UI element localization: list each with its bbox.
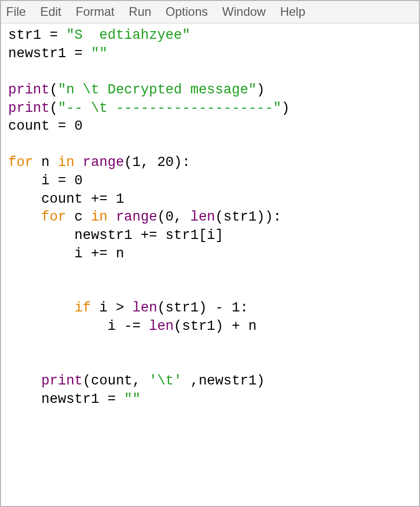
- code-token: "-- \t -------------------": [58, 101, 281, 116]
- code-token: "": [124, 392, 141, 407]
- code-token: in: [58, 155, 74, 170]
- menu-file[interactable]: File: [4, 4, 35, 20]
- code-token: print: [8, 101, 50, 116]
- code-token: for: [8, 155, 33, 170]
- menu-window[interactable]: Window: [220, 4, 275, 20]
- menu-edit[interactable]: Edit: [38, 4, 71, 20]
- code-token: range: [83, 155, 124, 170]
- code-token: len: [132, 300, 157, 316]
- code-token: range: [116, 209, 157, 225]
- menu-help[interactable]: Help: [278, 4, 314, 20]
- code-token: print: [8, 82, 50, 98]
- code-token: if: [75, 300, 91, 316]
- code-content: str1 = "S edtiahzyee" newstr1 = "" print…: [8, 27, 417, 408]
- menu-bar: File Edit Format Run Options Window Help: [1, 1, 419, 23]
- code-token: "n \t Decrypted message": [58, 82, 256, 98]
- code-token: '\t': [149, 373, 182, 389]
- code-editor[interactable]: str1 = "S edtiahzyee" newstr1 = "" print…: [1, 23, 419, 506]
- code-token: print: [41, 373, 83, 389]
- menu-run[interactable]: Run: [127, 4, 160, 20]
- code-token: for: [41, 209, 66, 225]
- menu-options[interactable]: Options: [164, 4, 217, 20]
- code-token: "": [91, 46, 107, 61]
- code-token: len: [190, 209, 215, 225]
- code-token: len: [149, 319, 174, 334]
- idle-window: File Edit Format Run Options Window Help…: [0, 0, 420, 507]
- code-token: in: [91, 209, 107, 225]
- menu-format[interactable]: Format: [74, 4, 124, 20]
- code-token: "S edtiahzyee": [66, 28, 190, 43]
